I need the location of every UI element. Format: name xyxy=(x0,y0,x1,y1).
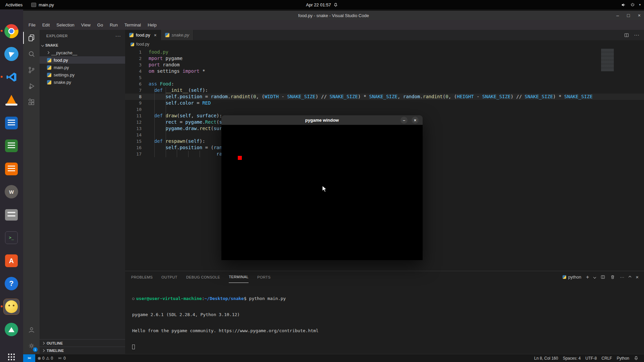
tab-terminal[interactable]: TERMINAL xyxy=(229,271,249,283)
problems-status[interactable]: ⊗0 ⚠0 xyxy=(35,354,55,362)
dock-item-help[interactable]: ? xyxy=(4,276,19,291)
chevron-down-icon[interactable] xyxy=(593,276,596,278)
dock-item-files[interactable] xyxy=(4,207,19,223)
dock-item-impress[interactable] xyxy=(4,161,19,177)
new-terminal-icon[interactable]: + xyxy=(586,274,589,280)
chevron-right-icon xyxy=(42,349,45,352)
tab-problems[interactable]: PROBLEMS xyxy=(131,271,153,283)
dock-item-recycler[interactable] xyxy=(4,322,19,337)
volume-icon xyxy=(621,2,626,7)
tree-item-pycache[interactable]: __pycache__ xyxy=(40,49,125,56)
system-tray[interactable]: ▾ xyxy=(621,0,641,9)
minimize-button[interactable]: – xyxy=(616,13,619,18)
dock-item-terminal[interactable]: >_ xyxy=(4,230,19,245)
code-line[interactable]: 10 xyxy=(125,106,644,113)
show-applications-button[interactable] xyxy=(4,349,19,362)
dock-item-pygame-app[interactable] xyxy=(4,299,19,314)
kill-terminal-trash-icon[interactable] xyxy=(610,275,615,280)
shell-selector[interactable]: python xyxy=(562,275,581,280)
dock-item-chrome[interactable] xyxy=(4,23,19,39)
line-number: 10 xyxy=(125,106,142,113)
explorer-icon[interactable] xyxy=(23,30,40,46)
activities-button[interactable]: Activities xyxy=(0,0,28,9)
dock-item-writer[interactable] xyxy=(4,115,19,131)
source-control-icon[interactable] xyxy=(23,62,40,78)
split-terminal-icon[interactable] xyxy=(600,275,605,280)
search-icon[interactable] xyxy=(23,46,40,62)
run-debug-icon[interactable] xyxy=(23,78,40,94)
explorer-more-actions-icon[interactable]: ··· xyxy=(115,33,121,39)
extensions-icon[interactable] xyxy=(23,94,40,110)
tab-food-py[interactable]: food.py × xyxy=(125,30,161,40)
tab-snake-py[interactable]: snake.py xyxy=(161,30,194,40)
code-line[interactable]: 5 xyxy=(125,74,644,81)
code-line[interactable]: 4om settings import * xyxy=(125,68,644,74)
pygame-close-button[interactable]: × xyxy=(412,117,419,124)
menu-go[interactable]: Go xyxy=(94,22,106,27)
menu-help[interactable]: Help xyxy=(144,22,160,27)
remote-indicator[interactable]: >< xyxy=(23,354,35,362)
menu-view[interactable]: View xyxy=(78,22,94,27)
ports-status[interactable]: 0 xyxy=(55,354,68,362)
menu-edit[interactable]: Edit xyxy=(39,22,53,27)
dock-item-vlc[interactable] xyxy=(4,92,19,108)
breadcrumb[interactable]: food.py xyxy=(125,40,644,48)
tab-ports[interactable]: PORTS xyxy=(257,271,271,283)
tree-item-snake-py[interactable]: snake.py xyxy=(40,78,125,86)
tree-item-food-py[interactable]: food.py xyxy=(40,56,125,64)
maximize-panel-icon[interactable] xyxy=(629,276,631,278)
maximize-button[interactable]: □ xyxy=(627,13,630,18)
notifications-bell-icon[interactable] xyxy=(632,356,641,360)
code-line-current[interactable]: 8 self.position = random.randint(0, (WID… xyxy=(125,94,644,100)
sidebar-header: EXPLORER ··· xyxy=(40,30,125,42)
timeline-section[interactable]: TIMELINE xyxy=(40,347,125,354)
settings-gear-icon[interactable]: 1 xyxy=(23,338,40,354)
code-line[interactable]: 9 self.color = RED xyxy=(125,100,644,106)
code-line[interactable]: 7 def __init__(self): xyxy=(125,87,644,94)
pygame-app-icon xyxy=(5,300,18,313)
project-section-header[interactable]: SNAKE xyxy=(40,42,125,49)
language-mode[interactable]: Python xyxy=(614,356,632,361)
panel-more-actions-icon[interactable]: ··· xyxy=(620,275,624,280)
code-line[interactable]: 6ass Food: xyxy=(125,81,644,87)
pygame-title-bar[interactable]: pygame window – × xyxy=(221,115,423,125)
cursor-position[interactable]: Ln 8, Col 160 xyxy=(532,356,560,361)
close-button[interactable]: × xyxy=(638,13,641,18)
code-line[interactable]: 2mport pygame xyxy=(125,55,644,62)
dock-item-messaging[interactable] xyxy=(4,46,19,62)
dock-item-software[interactable]: A xyxy=(4,253,19,268)
clock-menu[interactable]: Apr 22 01:57 xyxy=(306,0,338,9)
libreoffice-writer-icon xyxy=(5,117,18,129)
close-tab-icon[interactable]: × xyxy=(154,33,157,38)
focused-app-indicator[interactable]: main.py xyxy=(28,0,57,9)
dock-item-vscode[interactable] xyxy=(4,69,19,85)
account-icon[interactable] xyxy=(23,322,40,338)
menu-file[interactable]: File xyxy=(25,22,39,27)
menu-run[interactable]: Run xyxy=(106,22,121,27)
tab-output[interactable]: OUTPUT xyxy=(161,271,177,283)
indentation[interactable]: Spaces: 4 xyxy=(560,356,583,361)
outline-section[interactable]: OUTLINE xyxy=(40,339,125,347)
encoding[interactable]: UTF-8 xyxy=(583,356,599,361)
split-editor-icon[interactable] xyxy=(624,33,629,38)
dock-item-gimp[interactable]: W xyxy=(4,184,19,199)
terminal-content[interactable]: user@user-virtual-machine:~/Desktop/snak… xyxy=(132,285,319,361)
power-icon xyxy=(630,2,635,7)
dock-item-calc[interactable] xyxy=(4,138,19,154)
line-number: 9 xyxy=(125,100,142,106)
menu-terminal[interactable]: Terminal xyxy=(121,22,144,27)
close-panel-icon[interactable]: × xyxy=(636,274,639,280)
menu-selection[interactable]: Selection xyxy=(53,22,77,27)
tab-debug-console[interactable]: DEBUG CONSOLE xyxy=(186,271,220,283)
tree-item-settings-py[interactable]: settings.py xyxy=(40,71,125,78)
line-number: 11 xyxy=(125,113,142,119)
minimap[interactable] xyxy=(601,49,614,71)
pygame-minimize-button[interactable]: – xyxy=(400,117,408,124)
explorer-sidebar: EXPLORER ··· SNAKE __pycache__ food.py m… xyxy=(40,30,125,354)
code-line[interactable]: 1food.py xyxy=(125,49,644,55)
eol-sequence[interactable]: CRLF xyxy=(599,356,614,361)
activity-bar: 1 xyxy=(23,30,40,354)
code-line[interactable]: 3port random xyxy=(125,62,644,68)
tree-item-main-py[interactable]: main.py xyxy=(40,64,125,71)
editor-more-actions-icon[interactable]: ··· xyxy=(634,32,639,38)
